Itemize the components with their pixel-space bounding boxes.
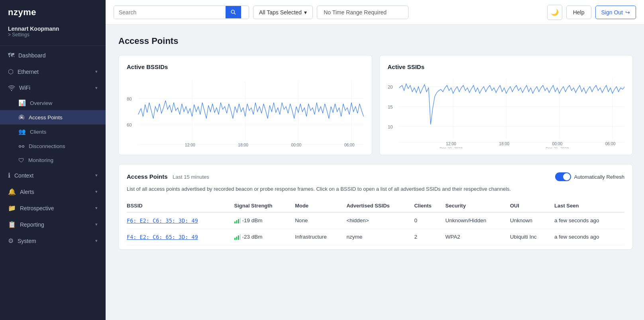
svg-text:00:00: 00:00 <box>552 142 562 146</box>
col-lastseen: Last Seen <box>554 200 624 212</box>
ethernet-icon: ⬡ <box>8 68 14 75</box>
svg-text:18:00: 18:00 <box>238 143 248 147</box>
sidebar-item-retrospective[interactable]: 📁 Retrospective ▾ <box>0 200 106 216</box>
sidebar-sub-item-access-points[interactable]: Access Points <box>0 110 106 124</box>
signal-cell: -19 dBm <box>234 217 291 223</box>
oui-cell: Ubiquiti Inc <box>510 229 554 245</box>
sidebar-item-reporting[interactable]: 📋 Reporting ▾ <box>0 216 106 233</box>
sidebar-item-system[interactable]: ⚙ System ▾ <box>0 233 106 249</box>
sidebar-sub-item-disconnections[interactable]: Disconnections <box>0 139 106 153</box>
bssid-link[interactable]: F6: E2: C6: 35: 3D: 49 <box>127 217 198 224</box>
alerts-icon: 🔔 <box>8 188 16 196</box>
bssid-link[interactable]: F4: E2: C6: 65: 3D: 49 <box>127 234 198 240</box>
taps-label: All Taps Selected <box>259 9 302 16</box>
svg-point-2 <box>22 146 24 148</box>
oui-cell: Unknown <box>510 212 554 229</box>
moon-icon: 🌙 <box>551 8 559 16</box>
brand-logo: nzyme <box>0 0 106 23</box>
svg-text:06:00: 06:00 <box>605 142 615 146</box>
sidebar-item-label: System <box>18 238 36 244</box>
page-title: Access Points <box>118 36 633 46</box>
mode-cell: None <box>295 212 346 229</box>
sidebar-sub-item-monitoring[interactable]: 🛡 Monitoring <box>0 153 106 167</box>
ssids-cell: nzyme <box>346 229 414 245</box>
active-bssids-chart: 80 60 12:00 <box>127 77 364 148</box>
help-button[interactable]: Help <box>566 6 591 19</box>
col-signal: Signal Strength <box>234 200 295 212</box>
search-input[interactable] <box>114 6 226 19</box>
sidebar-item-context[interactable]: ℹ Context ▾ <box>0 167 106 184</box>
chevron-down-icon: ▾ <box>95 189 98 194</box>
context-icon: ℹ <box>8 172 10 179</box>
sidebar-item-dashboard[interactable]: 🗺 Dashboard <box>0 47 106 63</box>
sidebar-sub-item-overview[interactable]: 📊 Overview <box>0 96 106 110</box>
ap-section-title-wrap: Access Points Last 15 minutes <box>127 173 209 180</box>
ap-description: List of all access points advertised by … <box>127 185 624 193</box>
ap-section-title: Access Points <box>127 173 168 180</box>
svg-text:00:00: 00:00 <box>291 143 302 147</box>
svg-rect-40 <box>234 238 236 240</box>
table-row: F4: E2: C6: 65: 3D: 49 <box>127 229 624 245</box>
taps-selector[interactable]: All Taps Selected ▾ <box>253 6 313 19</box>
svg-text:80: 80 <box>127 97 132 101</box>
access-points-icon <box>18 114 25 121</box>
col-oui: OUI <box>510 200 554 212</box>
signal-cell: -23 dBm <box>234 234 291 240</box>
svg-rect-43 <box>240 234 241 240</box>
signal-value: -19 dBm <box>242 217 263 223</box>
clients-cell: 2 <box>414 229 445 245</box>
bssids-svg: 80 60 12:00 <box>127 77 364 148</box>
dark-mode-toggle[interactable]: 🌙 <box>547 5 562 20</box>
svg-text:12:00: 12:00 <box>185 143 195 147</box>
chevron-down-icon: ▾ <box>95 69 98 74</box>
table-row: F6: E2: C6: 35: 3D: 49 <box>127 212 624 229</box>
sidebar-item-wifi[interactable]: WiFi ▾ <box>0 80 106 96</box>
reporting-icon: 📋 <box>8 221 16 228</box>
sidebar: nzyme Lennart Koopmann > Settings 🗺 Dash… <box>0 0 106 320</box>
wifi-icon <box>8 84 15 91</box>
content-area: Access Points Active BSSIDs 80 60 <box>106 25 644 320</box>
map-icon: 🗺 <box>8 52 14 59</box>
time-range-label: No Time Range Required <box>324 9 387 16</box>
sidebar-item-label: Reporting <box>20 221 44 228</box>
chevron-down-icon: ▾ <box>95 222 98 227</box>
svg-text:18:00: 18:00 <box>499 142 509 146</box>
sign-out-button[interactable]: Sign Out ↪ <box>595 6 636 19</box>
col-mode: Mode <box>295 200 346 212</box>
svg-text:15: 15 <box>388 105 393 109</box>
time-range-display: No Time Range Required <box>317 6 408 19</box>
active-ssids-card: Active SSIDs 20 15 10 <box>379 55 633 155</box>
active-ssids-title: Active SSIDs <box>388 63 625 70</box>
sidebar-item-label: Context <box>14 172 33 179</box>
svg-text:Dec 20, 2023: Dec 20, 2023 <box>439 146 462 148</box>
settings-link[interactable]: > Settings <box>8 32 98 38</box>
auto-refresh-toggle[interactable] <box>555 172 571 181</box>
ap-table: BSSID Signal Strength Mode Advertised SS… <box>127 200 624 245</box>
sidebar-item-label: Dashboard <box>18 52 46 59</box>
search-button[interactable] <box>226 6 241 18</box>
col-clients: Clients <box>414 200 445 212</box>
sidebar-item-label: Alerts <box>20 189 34 195</box>
sidebar-sub-label: Monitoring <box>28 157 53 163</box>
main-area: All Taps Selected ▾ No Time Range Requir… <box>106 0 644 320</box>
svg-rect-37 <box>236 220 237 223</box>
auto-refresh-label: Automatically Refresh <box>574 174 624 180</box>
sidebar-item-label: WiFi <box>19 85 30 91</box>
disconnections-icon <box>18 142 25 150</box>
active-bssids-title: Active BSSIDs <box>127 63 364 70</box>
auto-refresh-wrap: Automatically Refresh <box>555 172 624 181</box>
col-bssid: BSSID <box>127 200 234 212</box>
sidebar-sub-item-clients[interactable]: 👥 Clients <box>0 124 106 139</box>
chevron-down-icon: ▾ <box>95 205 98 211</box>
sidebar-item-alerts[interactable]: 🔔 Alerts ▾ <box>0 184 106 200</box>
svg-point-0 <box>21 117 22 119</box>
sidebar-item-ethernet[interactable]: ⬡ Ethernet ▾ <box>0 63 106 80</box>
svg-text:Dec 21, 2023: Dec 21, 2023 <box>546 146 569 148</box>
charts-row: Active BSSIDs 80 60 <box>118 55 633 155</box>
ap-table-section: Access Points Last 15 minutes Automatica… <box>118 164 633 250</box>
svg-text:20: 20 <box>388 85 393 89</box>
ssids-cell: <hidden> <box>346 212 414 229</box>
clients-icon: 👥 <box>18 128 26 135</box>
signal-value: -23 dBm <box>242 234 263 240</box>
clients-cell: 0 <box>414 212 445 229</box>
